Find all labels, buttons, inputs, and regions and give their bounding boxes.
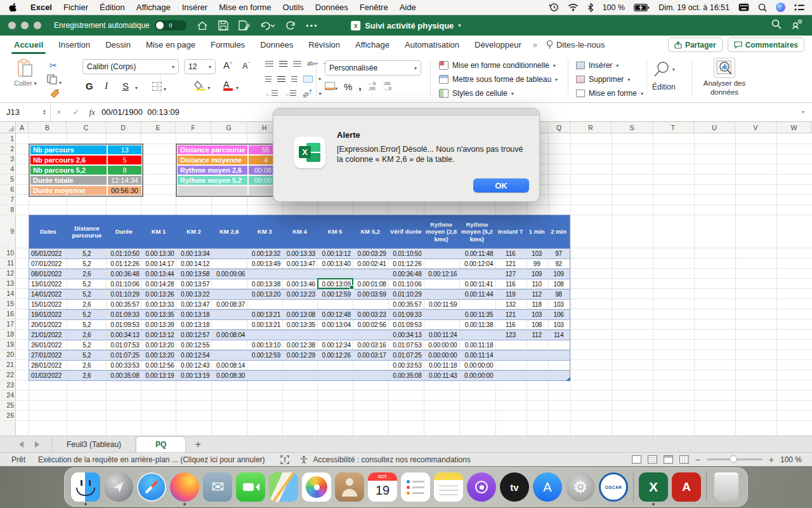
font-size-select[interactable]: 12▾ xyxy=(184,59,216,74)
table-cell[interactable]: 116 xyxy=(495,249,526,258)
row-header-6[interactable]: 6 xyxy=(0,184,14,194)
row-header-4[interactable]: 4 xyxy=(0,164,14,174)
table-cell[interactable]: 0.00:00:00 xyxy=(424,351,459,360)
table-cell[interactable]: 0.00:08:04 xyxy=(211,330,247,340)
table-cell[interactable] xyxy=(526,340,547,350)
table-cell[interactable]: 0.00:13:35 xyxy=(282,320,317,330)
row-header-25[interactable]: 25 xyxy=(0,400,14,410)
table-cell[interactable] xyxy=(247,371,282,380)
table-cell[interactable]: 132 xyxy=(495,300,526,309)
table-cell[interactable]: 0.00:13:57 xyxy=(176,279,211,289)
table-cell[interactable]: 0.00:12:59 xyxy=(247,351,282,360)
add-sheet-button[interactable]: + xyxy=(195,439,200,450)
format-as-table-button[interactable]: Mettre sous forme de tableau▾ xyxy=(439,72,558,87)
table-cell[interactable]: 0.00:12:55 xyxy=(176,340,211,350)
sheet-tab-feuil3[interactable]: Feuil3 (Tableau) xyxy=(52,436,136,452)
dock-item-podcasts[interactable] xyxy=(465,468,498,506)
table-cell[interactable]: 0.00:03:29 xyxy=(353,249,388,258)
table-cell[interactable]: 103 xyxy=(526,249,547,258)
table-cell[interactable] xyxy=(353,300,388,309)
merge-center-icon[interactable] xyxy=(303,76,313,83)
table-cell[interactable] xyxy=(211,351,247,360)
tell-me-button[interactable]: Dites-le-nous xyxy=(546,40,605,50)
table-cell[interactable]: 118 xyxy=(526,300,547,309)
table-cell[interactable] xyxy=(211,340,247,350)
table-cell[interactable]: 0.00:03:17 xyxy=(353,351,388,360)
table-cell[interactable]: 5,2 xyxy=(67,279,107,289)
table-cell[interactable]: 21/01/2022 xyxy=(29,330,67,340)
table-cell[interactable]: 0.00:13:47 xyxy=(282,259,317,269)
table-cell[interactable]: 2,6 xyxy=(67,361,107,370)
align-center-icon[interactable] xyxy=(277,76,285,82)
dock-item-safari[interactable] xyxy=(135,468,168,506)
table-cell[interactable]: 0.00:33:53 xyxy=(388,361,424,370)
table-cell[interactable]: 27/01/2022 xyxy=(29,351,67,360)
table-cell[interactable] xyxy=(211,290,247,299)
column-header-D[interactable]: D xyxy=(106,122,141,133)
tab-overflow-icon[interactable]: » xyxy=(533,40,537,50)
menu-item-excel[interactable]: Excel xyxy=(25,3,58,12)
table-cell[interactable]: 0.00:13:33 xyxy=(141,300,176,309)
row-header-5[interactable]: 5 xyxy=(0,174,14,184)
dock-item-oscar[interactable]: OSCAR xyxy=(597,468,630,506)
table-cell[interactable]: 0.00:13:12 xyxy=(317,249,353,258)
table-cell[interactable]: 15/01/2022 xyxy=(29,300,67,309)
table-cell[interactable]: 0.00:08:37 xyxy=(211,300,247,309)
time-machine-icon[interactable] xyxy=(549,3,559,12)
table-cell[interactable] xyxy=(424,259,459,269)
sheet-tab-pq[interactable]: PQ xyxy=(136,436,186,452)
row-header-10[interactable]: 10 xyxy=(0,248,14,258)
table-cell[interactable]: 0.00:08:14 xyxy=(211,361,247,370)
table-cell[interactable]: 0.00:13:49 xyxy=(247,259,282,269)
table-cell[interactable]: 0.01:10:06 xyxy=(388,279,424,289)
status-query[interactable]: Exécution de la requête en arrière-plan … xyxy=(38,455,275,464)
table-cell[interactable]: 2,6 xyxy=(67,300,107,309)
decrease-font-icon[interactable]: Aˇ xyxy=(242,61,249,70)
table-cell[interactable] xyxy=(282,269,317,279)
table-cell[interactable]: 0.00:00:00 xyxy=(424,340,459,350)
table-cell[interactable] xyxy=(317,371,353,380)
control-list-icon[interactable] xyxy=(794,4,804,11)
column-header-U[interactable]: U xyxy=(694,122,735,133)
dock-item-contacts[interactable] xyxy=(333,468,366,506)
font-color-chevron-icon[interactable]: ▾ xyxy=(236,85,239,91)
table-header-cell[interactable]: 1 min xyxy=(526,215,547,248)
row-header-20[interactable]: 20 xyxy=(0,349,14,359)
table-header-cell[interactable]: Vérif durée xyxy=(388,215,424,248)
italic-button[interactable]: I xyxy=(105,81,108,91)
table-cell[interactable]: 112 xyxy=(526,290,547,299)
select-all-corner[interactable] xyxy=(0,122,16,133)
table-cell[interactable]: 0.01:09:53 xyxy=(388,320,424,330)
tab-développeur[interactable]: Développeur xyxy=(473,37,523,52)
dock-item-launchpad[interactable] xyxy=(102,468,135,506)
table-cell[interactable]: 0.01:09:53 xyxy=(107,320,141,330)
table-cell[interactable]: 0.00:13:23 xyxy=(282,290,317,299)
row-header-7[interactable]: 7 xyxy=(0,194,14,204)
table-cell[interactable]: 0.00:13:10 xyxy=(247,340,282,350)
table-header-cell[interactable]: Dates xyxy=(29,215,67,248)
table-cell[interactable] xyxy=(282,300,317,309)
tab-insertion[interactable]: Insertion xyxy=(57,37,91,52)
row-header-15[interactable]: 15 xyxy=(0,298,14,309)
table-cell[interactable]: 0.00:13:19 xyxy=(141,371,176,380)
table-cell[interactable]: 20/01/2022 xyxy=(29,320,67,330)
row-header-18[interactable]: 18 xyxy=(0,329,14,339)
table-header-cell[interactable]: KM 5,2 xyxy=(353,215,388,248)
menu-item-mise-en-forme[interactable]: Mise en forme xyxy=(213,3,277,12)
row-header-8[interactable]: 8 xyxy=(0,204,14,215)
zoom-in-button[interactable]: + xyxy=(769,455,774,465)
table-cell[interactable]: 0.00:36:48 xyxy=(388,269,424,279)
table-cell[interactable]: 2,6 xyxy=(67,269,107,279)
search-icon[interactable] xyxy=(771,19,782,32)
table-cell[interactable] xyxy=(495,371,526,380)
decrease-indent-icon[interactable]: ← xyxy=(265,90,278,97)
number-format-select[interactable]: Personnalisée▾ xyxy=(325,60,421,76)
row-header-3[interactable]: 3 xyxy=(0,154,14,164)
menu-item-affichage[interactable]: Affichage xyxy=(131,3,176,12)
table-cell[interactable]: 0.00:00:00 xyxy=(459,371,495,380)
zoom-window-button[interactable] xyxy=(34,22,41,29)
table-cell[interactable]: 0.00:11:41 xyxy=(459,279,495,289)
fill-color-icon[interactable]: ▾ xyxy=(194,81,210,91)
column-header-V[interactable]: V xyxy=(735,122,776,133)
table-cell[interactable]: 26/01/2022 xyxy=(29,340,67,350)
